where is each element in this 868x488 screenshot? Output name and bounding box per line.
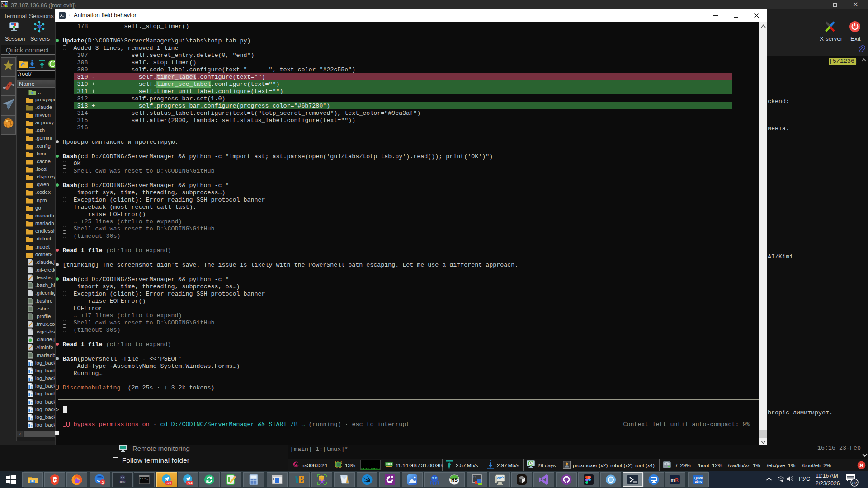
svg-text:32: 32: [852, 480, 857, 485]
svg-text:HS: HS: [451, 478, 458, 483]
svg-text:R: R: [675, 478, 679, 483]
svg-text:utmo: utmo: [695, 480, 702, 483]
svg-text:>\: >\: [473, 476, 476, 479]
svg-text:Quick: Quick: [694, 476, 703, 480]
svg-text:.30: .30: [166, 481, 171, 485]
svg-text:FRUY: FRUY: [119, 481, 125, 483]
svg-text:m: m: [671, 478, 675, 483]
svg-text:2: 2: [101, 480, 104, 485]
svg-text:715: 715: [187, 481, 193, 485]
svg-text:C:\>_: C:\>_: [140, 477, 148, 480]
